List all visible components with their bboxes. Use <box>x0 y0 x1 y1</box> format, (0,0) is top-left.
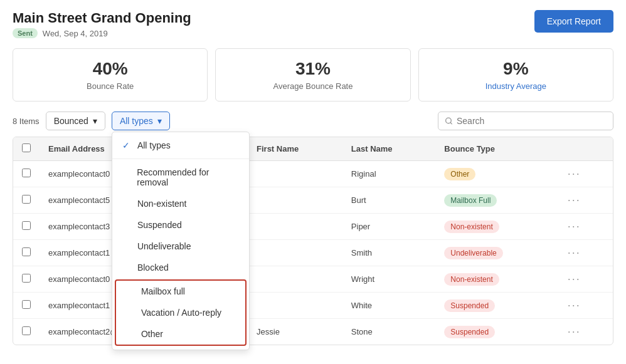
dropdown-item-blocked[interactable]: Blocked <box>112 257 249 278</box>
row-checkbox-cell <box>13 214 40 240</box>
row-last-1: Burt <box>342 187 436 214</box>
row-first-3 <box>248 240 342 266</box>
row-more-button-0[interactable]: ··· <box>565 167 583 180</box>
bounce-badge-5: Suspended <box>444 299 495 312</box>
bounce-badge-2: Non-existent <box>444 221 499 233</box>
items-count: 8 Items <box>13 117 40 126</box>
col-bounce-type: Bounce Type <box>435 137 556 161</box>
row-more-button-1[interactable]: ··· <box>565 194 583 207</box>
row-actions-4: ··· <box>556 266 613 293</box>
col-first: First Name <box>248 137 342 161</box>
row-more-button-4[interactable]: ··· <box>565 273 583 286</box>
all-types-filter-button[interactable]: All types ▾ <box>112 112 170 130</box>
table-row: examplecontact2@outlook.com Jessie Stone… <box>13 319 613 345</box>
stat-card-bounce-rate: 40% Bounce Rate <box>13 48 208 101</box>
dropdown-item-suspended[interactable]: Suspended <box>112 214 249 236</box>
table-row: examplecontact1 White Suspended ··· <box>13 293 613 319</box>
row-first-4 <box>248 266 342 293</box>
dropdown-divider-1 <box>112 159 249 159</box>
check-icon: ✓ <box>122 140 132 150</box>
export-report-button[interactable]: Export Report <box>534 10 613 33</box>
row-checkbox-6[interactable] <box>22 326 31 335</box>
row-last-2: Piper <box>342 214 436 240</box>
row-actions-1: ··· <box>556 187 613 214</box>
email-table: Email Address First Name Last Name Bounc… <box>13 137 613 345</box>
svg-line-1 <box>450 123 452 124</box>
campaign-date: Wed, Sep 4, 2019 <box>43 29 108 38</box>
bounced-filter-button[interactable]: Bounced ▾ <box>46 112 105 130</box>
stats-row: 40% Bounce Rate 31% Average Bounce Rate … <box>13 48 613 101</box>
bounced-chevron-icon: ▾ <box>93 116 97 126</box>
row-bounce-type-1: Mailbox Full <box>435 187 556 214</box>
search-icon <box>445 117 453 125</box>
bounce-badge-1: Mailbox Full <box>444 194 497 207</box>
table-header-row: Email Address First Name Last Name Bounc… <box>13 137 613 161</box>
row-checkbox-cell <box>13 187 40 214</box>
stat-card-industry: 9% Industry Average <box>418 48 613 101</box>
table-row: examplecontact1 Smith Undeliverable ··· <box>13 240 613 266</box>
row-first-5 <box>248 293 342 319</box>
row-bounce-type-0: Other <box>435 161 556 187</box>
row-more-button-6[interactable]: ··· <box>565 325 583 338</box>
table-row: examplecontact3 Piper Non-existent ··· <box>13 214 613 240</box>
row-first-0 <box>248 161 342 187</box>
row-actions-2: ··· <box>556 214 613 240</box>
row-bounce-type-5: Suspended <box>435 293 556 319</box>
row-actions-6: ··· <box>556 319 613 345</box>
industry-label[interactable]: Industry Average <box>429 81 603 91</box>
row-bounce-type-2: Non-existent <box>435 214 556 240</box>
row-last-3: Smith <box>342 240 436 266</box>
search-input[interactable] <box>457 116 607 126</box>
dropdown-item-vacation[interactable]: Vacation / Auto-reply <box>116 302 245 323</box>
industry-value: 9% <box>429 59 603 79</box>
row-checkbox-4[interactable] <box>22 274 31 283</box>
table-row: examplecontact0 Wright Non-existent ··· <box>13 266 613 293</box>
all-types-chevron-icon: ▾ <box>157 116 162 126</box>
bounce-rate-label: Bounce Rate <box>23 81 197 91</box>
row-checkbox-5[interactable] <box>22 300 31 309</box>
row-last-4: Wright <box>342 266 436 293</box>
row-checkbox-cell <box>13 266 40 293</box>
bounce-badge-4: Non-existent <box>444 273 499 286</box>
sent-badge: Sent <box>13 28 38 38</box>
row-checkbox-2[interactable] <box>22 221 31 230</box>
row-last-5: White <box>342 293 436 319</box>
row-more-button-3[interactable]: ··· <box>565 246 583 259</box>
dropdown-item-all-types[interactable]: ✓ All types <box>112 135 249 156</box>
row-first-6: Jessie <box>248 319 342 345</box>
all-types-dropdown-wrapper: All types ▾ ✓ All types Recommended for … <box>112 112 170 130</box>
row-more-button-2[interactable]: ··· <box>565 220 583 233</box>
dropdown-item-mailbox-full[interactable]: Mailbox full <box>116 281 245 302</box>
row-bounce-type-3: Undeliverable <box>435 240 556 266</box>
table-row: examplecontact5 Burt Mailbox Full ··· <box>13 187 613 214</box>
stat-card-avg-bounce: 31% Average Bounce Rate <box>215 48 410 101</box>
search-box[interactable] <box>438 112 613 130</box>
email-table-container: Email Address First Name Last Name Bounc… <box>13 137 613 345</box>
all-types-dropdown-menu: ✓ All types Recommended for removal Non-… <box>112 132 250 350</box>
dropdown-highlighted-group: Mailbox full Vacation / Auto-reply Other <box>115 279 247 346</box>
dropdown-item-recommended[interactable]: Recommended for removal <box>112 162 249 193</box>
row-bounce-type-6: Suspended <box>435 319 556 345</box>
bounce-badge-0: Other <box>444 168 475 180</box>
avg-bounce-label: Average Bounce Rate <box>226 81 400 91</box>
dropdown-item-other[interactable]: Other <box>116 323 245 345</box>
bounce-badge-6: Suspended <box>444 326 495 338</box>
col-last: Last Name <box>342 137 436 161</box>
row-checkbox-3[interactable] <box>22 247 31 256</box>
row-checkbox-0[interactable] <box>22 169 31 177</box>
row-more-button-5[interactable]: ··· <box>565 299 583 312</box>
row-actions-0: ··· <box>556 161 613 187</box>
table-row: examplecontact0 Riginal Other ··· <box>13 161 613 187</box>
dropdown-item-undeliverable[interactable]: Undeliverable <box>112 236 249 257</box>
row-actions-3: ··· <box>556 240 613 266</box>
row-last-6: Stone <box>342 319 436 345</box>
select-all-col <box>13 137 40 161</box>
bounce-rate-value: 40% <box>23 59 197 79</box>
row-checkbox-1[interactable] <box>22 195 31 204</box>
dropdown-item-non-existent[interactable]: Non-existent <box>112 193 249 214</box>
select-all-checkbox[interactable] <box>22 143 31 152</box>
row-checkbox-cell <box>13 240 40 266</box>
row-first-2 <box>248 214 342 240</box>
row-checkbox-cell <box>13 319 40 345</box>
row-first-1 <box>248 187 342 214</box>
